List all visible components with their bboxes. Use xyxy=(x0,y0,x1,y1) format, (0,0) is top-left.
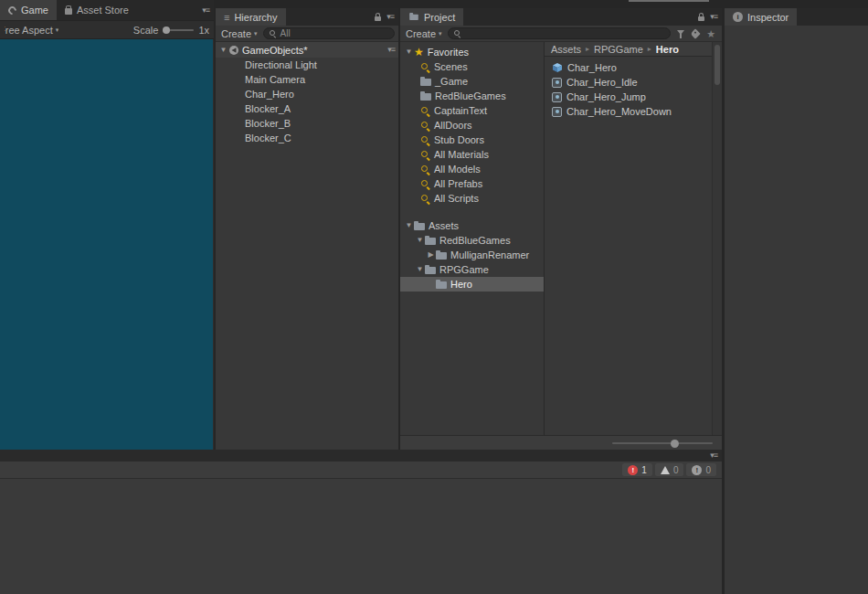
tab-hierarchy-label: Hierarchy xyxy=(234,12,277,23)
hierarchy-item[interactable]: Char_Hero xyxy=(216,87,398,101)
favorite-item[interactable]: All Materials xyxy=(400,147,544,162)
scrollbar-thumb[interactable] xyxy=(715,45,720,85)
folder-icon xyxy=(436,280,447,290)
vertical-scrollbar[interactable] xyxy=(712,42,722,435)
folder-icon xyxy=(420,77,431,87)
pane-menu-icon[interactable] xyxy=(386,13,394,21)
favorite-item-label: _Game xyxy=(435,76,468,87)
info-count-badge[interactable]: 0 xyxy=(686,463,716,476)
animation-clip-icon xyxy=(552,92,562,102)
folder-icon xyxy=(425,236,436,246)
favorite-item[interactable]: All Models xyxy=(400,162,544,176)
scale-slider-handle[interactable] xyxy=(163,27,170,34)
search-icon xyxy=(453,29,462,38)
folder-icon xyxy=(420,91,431,101)
scale-slider[interactable] xyxy=(163,29,194,31)
hierarchy-search-input[interactable]: All xyxy=(263,27,395,39)
warning-count-badge[interactable]: 0 xyxy=(655,463,684,476)
project-search-input[interactable] xyxy=(448,27,672,39)
foldout-open-icon[interactable] xyxy=(404,48,414,56)
chevron-down-icon xyxy=(254,30,258,37)
folder-row-assets[interactable]: Assets xyxy=(400,218,544,233)
hierarchy-item-label: Main Camera xyxy=(245,74,305,85)
folder-icon xyxy=(436,250,447,260)
favorite-item-label: Stub Doors xyxy=(434,134,484,145)
foldout-open-icon[interactable] xyxy=(404,222,414,229)
error-count-badge[interactable]: 1 xyxy=(622,463,652,476)
favorite-item[interactable]: Stub Doors xyxy=(400,133,544,147)
breadcrumb-segment[interactable]: RPGGame xyxy=(594,44,643,55)
favorite-item[interactable]: All Scripts xyxy=(400,191,544,206)
folder-row-redbluegames[interactable]: RedBlueGames xyxy=(400,233,544,248)
tab-inspector[interactable]: Inspector xyxy=(725,8,797,26)
game-tab-strip: Game Asset Store xyxy=(0,0,214,20)
pane-menu-icon[interactable] xyxy=(710,451,717,460)
tab-hierarchy[interactable]: Hierarchy xyxy=(216,8,286,26)
create-button[interactable]: Create xyxy=(404,28,444,39)
asset-item[interactable]: Char_Hero xyxy=(545,60,712,75)
folder-label: RedBlueGames xyxy=(439,235,511,246)
favorite-item[interactable]: All Prefabs xyxy=(400,176,544,191)
tab-asset-store[interactable]: Asset Store xyxy=(57,0,137,20)
saved-search-icon xyxy=(420,164,430,175)
hierarchy-item-label: Blocker_A xyxy=(245,103,291,114)
error-icon xyxy=(628,465,638,475)
folder-row-hero[interactable]: Hero xyxy=(400,277,544,292)
hierarchy-item[interactable]: Blocker_C xyxy=(216,131,398,145)
hierarchy-item-label: Directional Light xyxy=(245,59,317,70)
breadcrumb-current[interactable]: Hero xyxy=(656,44,679,55)
asset-item[interactable]: Char_Hero_Jump xyxy=(545,90,712,104)
scene-name: GameObjects* xyxy=(242,45,387,56)
hierarchy-item[interactable]: Main Camera xyxy=(216,72,398,87)
hierarchy-item[interactable]: Directional Light xyxy=(216,58,398,72)
foldout-open-icon[interactable] xyxy=(415,266,425,273)
pane-menu-icon[interactable] xyxy=(710,13,717,21)
folder-row-rpggame[interactable]: RPGGame xyxy=(400,262,544,277)
aspect-dropdown[interactable]: Free Aspect xyxy=(5,25,58,36)
breadcrumb-segment[interactable]: Assets xyxy=(551,44,581,55)
lock-icon[interactable] xyxy=(698,16,704,21)
foldout-open-icon[interactable] xyxy=(218,47,228,54)
favorite-item[interactable]: AllDoors xyxy=(400,118,544,133)
hierarchy-panel: Hierarchy Create All GameObjects* Direct… xyxy=(216,8,398,450)
animation-clip-icon xyxy=(552,78,562,88)
asset-item-label: Char_Hero_MoveDown xyxy=(566,106,672,117)
favorite-item[interactable]: RedBlueGames xyxy=(400,89,544,103)
icon-size-slider[interactable] xyxy=(612,442,713,444)
favorite-item[interactable]: _Game xyxy=(400,74,544,89)
hierarchy-icon xyxy=(224,12,229,23)
favorite-item-label: Scenes xyxy=(434,61,468,72)
icon-size-slider-handle[interactable] xyxy=(671,440,679,448)
console-log-area xyxy=(0,479,722,594)
favorite-item-label: All Models xyxy=(434,164,481,175)
search-by-label-icon[interactable] xyxy=(690,28,700,38)
create-button[interactable]: Create xyxy=(219,28,259,39)
asset-item[interactable]: Char_Hero_MoveDown xyxy=(545,104,712,119)
favorite-item[interactable]: CaptainText xyxy=(400,103,544,118)
favorite-item-label: All Prefabs xyxy=(434,178,482,189)
hierarchy-item[interactable]: Blocker_A xyxy=(216,101,398,116)
saved-search-icon xyxy=(420,150,430,160)
hierarchy-scene-row[interactable]: GameObjects* xyxy=(216,42,398,58)
save-search-icon[interactable] xyxy=(706,29,715,38)
favorites-root[interactable]: Favorites xyxy=(400,45,544,59)
favorites-star-icon xyxy=(414,48,424,57)
foldout-closed-icon[interactable] xyxy=(426,251,436,259)
inspector-tab-strip: Inspector xyxy=(725,8,868,26)
chevron-down-icon xyxy=(56,27,59,34)
asset-item[interactable]: Char_Hero_Idle xyxy=(545,75,712,90)
pane-menu-icon[interactable] xyxy=(202,6,209,15)
tab-game[interactable]: Game xyxy=(0,0,57,20)
tab-project[interactable]: Project xyxy=(400,8,463,26)
hierarchy-toolbar: Create All xyxy=(216,26,398,42)
project-toolbar: Create xyxy=(400,26,722,42)
folder-row-mulliganrenamer[interactable]: MulliganRenamer xyxy=(400,248,544,262)
saved-search-icon xyxy=(420,121,430,131)
search-by-type-icon[interactable] xyxy=(677,30,684,35)
lock-icon[interactable] xyxy=(375,16,381,21)
favorite-item[interactable]: Scenes xyxy=(400,59,544,74)
aspect-dropdown-label: Free Aspect xyxy=(5,25,53,36)
scene-context-menu-icon[interactable] xyxy=(387,46,395,54)
hierarchy-item[interactable]: Blocker_B xyxy=(216,116,398,131)
foldout-open-icon[interactable] xyxy=(415,237,425,244)
